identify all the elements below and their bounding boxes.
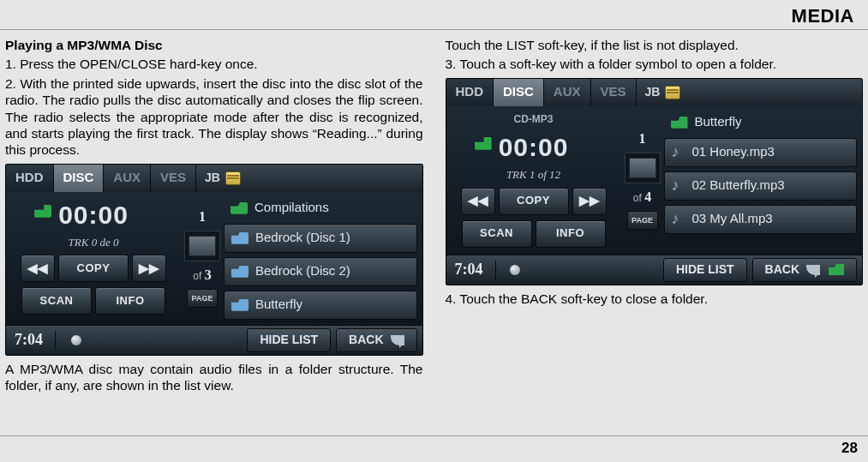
section-title: Playing a MP3/WMA Disc (5, 37, 423, 53)
folder-note: A MP3/WMA disc may contain audio files i… (5, 361, 423, 394)
back-button[interactable]: BACK (336, 328, 416, 352)
hide-list-button[interactable]: HIDE LIST (663, 258, 747, 282)
clock: 7:04 (6, 330, 55, 350)
left-column: Playing a MP3/WMA Disc 1. Press the OPEN… (5, 37, 423, 396)
list-item[interactable]: 01 Honey.mp3 (664, 138, 858, 167)
hide-list-button[interactable]: HIDE LIST (247, 328, 331, 352)
list-item[interactable]: Bedrock (Disc 2) (224, 257, 417, 286)
elapsed-time: 00:00 (58, 199, 129, 231)
progress-handle[interactable] (510, 265, 520, 275)
info-button[interactable]: INFO (536, 220, 606, 248)
source-tabs: HDD DISC AUX VES JB (6, 165, 422, 192)
source-tabs: HDD DISC AUX VES JB (446, 79, 863, 106)
page-of-label: of (633, 192, 642, 204)
clock: 7:04 (446, 260, 495, 279)
tab-disc[interactable]: DISC (494, 79, 544, 106)
page-header: MEDIA (0, 0, 868, 29)
elapsed-time: 00:00 (499, 131, 569, 164)
folder-icon (231, 232, 248, 244)
back-button[interactable]: BACK (752, 258, 857, 282)
jukebox-icon (665, 86, 680, 99)
step-4: 4. Touch the BACK soft-key to close a fo… (446, 291, 864, 307)
footer-rule (0, 435, 868, 436)
page-button[interactable]: PAGE (627, 211, 658, 230)
step-2: 2. With the printed side upwards, insert… (5, 75, 423, 159)
header-rule (0, 29, 868, 30)
prev-button[interactable]: ◀◀ (21, 255, 55, 282)
current-folder: Compilations (224, 197, 417, 219)
step-3: 3. Touch a soft-key with a folder symbol… (446, 56, 864, 72)
page-total: 3 (205, 267, 212, 282)
progress-bar[interactable] (61, 339, 238, 342)
album-thumb (625, 153, 661, 183)
list-item[interactable]: Bedrock (Disc 1) (224, 224, 417, 253)
progress-handle[interactable] (71, 335, 81, 345)
tab-jukebox[interactable]: JB (196, 171, 249, 186)
list-softkey-line: Touch the LIST soft-key, if the list is … (446, 37, 864, 53)
track-indicator: TRK 0 de 0 (69, 236, 119, 249)
scan-button[interactable]: SCAN (21, 287, 92, 315)
copy-button[interactable]: COPY (58, 255, 129, 282)
next-button[interactable]: ▶▶ (572, 188, 607, 215)
jukebox-icon (225, 171, 241, 185)
track-indicator: TRK 1 of 12 (506, 168, 560, 182)
list-item-label: 03 My All.mp3 (692, 211, 773, 227)
disc-type-label: CD-MP3 (513, 113, 553, 126)
list-item-label: 02 Butterfly.mp3 (692, 177, 785, 194)
step-1: 1. Press the OPEN/CLOSE hard-key once. (5, 56, 423, 72)
album-thumb (184, 231, 220, 261)
list-item-label: 01 Honey.mp3 (692, 144, 775, 160)
tab-ves[interactable]: VES (591, 79, 637, 106)
tab-disc[interactable]: DISC (54, 165, 105, 192)
current-folder: Butterfly (664, 111, 858, 134)
list-item[interactable]: 03 My All.mp3 (664, 205, 858, 234)
folder-icon (829, 264, 844, 275)
page-number: 28 (841, 440, 858, 457)
tab-jukebox-label: JB (645, 85, 661, 100)
back-button-label: BACK (349, 333, 383, 348)
progress-bar[interactable] (501, 268, 655, 272)
folder-icon (231, 266, 248, 278)
current-folder-label: Butterfly (695, 114, 742, 130)
page-current: 1 (639, 131, 646, 146)
next-button[interactable]: ▶▶ (132, 255, 166, 282)
folder-icon (231, 299, 248, 311)
right-column: Touch the LIST soft-key, if the list is … (446, 37, 864, 396)
tab-aux[interactable]: AUX (544, 79, 591, 106)
back-arrow-icon (391, 335, 404, 345)
music-note-icon (672, 178, 685, 194)
list-item[interactable]: 02 Butterfly.mp3 (664, 171, 858, 201)
prev-button[interactable]: ◀◀ (461, 188, 495, 215)
list-item[interactable]: Butterfly (224, 291, 417, 320)
back-button-label: BACK (765, 262, 799, 278)
list-item-label: Butterfly (255, 297, 302, 313)
list-item-label: Bedrock (Disc 1) (255, 230, 350, 246)
tab-jukebox-label: JB (205, 171, 220, 186)
folder-open-icon (671, 117, 688, 129)
tab-ves[interactable]: VES (151, 165, 196, 192)
scan-button[interactable]: SCAN (462, 220, 532, 248)
radio-panel-tracks: HDD DISC AUX VES JB CD-MP3 00:00 TRK 1 o… (446, 78, 864, 285)
music-note-icon (672, 145, 685, 160)
page-total: 4 (644, 189, 651, 204)
list-item-label: Bedrock (Disc 2) (255, 263, 350, 279)
tab-hdd[interactable]: HDD (6, 165, 54, 192)
current-folder-label: Compilations (254, 200, 329, 216)
tab-aux[interactable]: AUX (104, 165, 151, 192)
page-of-label: of (193, 270, 201, 282)
tab-jukebox[interactable]: JB (637, 85, 690, 100)
copy-button[interactable]: COPY (499, 188, 569, 215)
back-arrow-icon (806, 265, 820, 275)
tab-hdd[interactable]: HDD (446, 79, 494, 106)
info-button[interactable]: INFO (95, 287, 165, 315)
page-current: 1 (199, 209, 206, 224)
music-note-icon (672, 212, 685, 227)
radio-panel-folders: HDD DISC AUX VES JB 00:00 TRK 0 de 0 ◀◀ … (5, 164, 423, 356)
page-button[interactable]: PAGE (187, 289, 218, 308)
folder-open-icon (230, 202, 248, 214)
